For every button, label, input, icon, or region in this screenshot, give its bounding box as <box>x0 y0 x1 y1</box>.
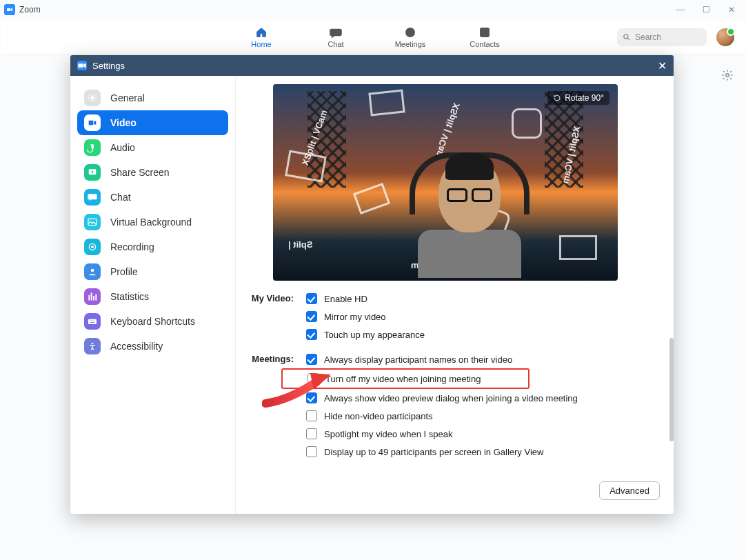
settings-titlebar: Settings ✕ <box>70 55 674 76</box>
checkbox-meetings-0[interactable]: Always display participant names on thei… <box>306 354 578 365</box>
sidebar-item-audio[interactable]: Audio <box>77 135 228 160</box>
svg-point-2 <box>483 30 486 32</box>
sidebar-label-stats: Statistics <box>110 291 149 302</box>
settings-content: XSplit | VCam XSplit | VCam XSplit | VCa… <box>236 76 674 514</box>
checkbox-box-icon <box>308 373 319 384</box>
checkbox-meetings-4[interactable]: Spotlight my video when I speak <box>306 428 578 439</box>
zoom-small-icon <box>77 61 87 70</box>
checkbox-box-icon <box>306 293 317 304</box>
kb-icon <box>84 313 101 330</box>
svg-rect-11 <box>88 319 97 324</box>
nav-meetings-label: Meetings <box>395 40 426 48</box>
profile-icon <box>84 263 101 280</box>
sidebar-item-a11y[interactable]: Accessibility <box>77 334 228 359</box>
sidebar-item-video[interactable]: Video <box>77 110 228 135</box>
rec-icon <box>84 239 101 255</box>
window-titlebar: Zoom — ☐ ✕ <box>0 0 746 19</box>
settings-gear-icon[interactable] <box>721 69 734 84</box>
sidebar-item-general[interactable]: General <box>77 86 228 110</box>
checkbox-box-icon <box>306 329 317 340</box>
checkbox-box-icon <box>306 392 317 403</box>
sidebar-label-share: Share Screen <box>110 167 170 178</box>
scrollbar[interactable] <box>669 338 674 441</box>
nav-home-label: Home <box>251 40 271 48</box>
zoom-logo-icon <box>4 4 15 15</box>
sidebar-item-profile[interactable]: Profile <box>77 259 228 284</box>
profile-avatar[interactable] <box>716 28 734 46</box>
checkbox-meetings-5[interactable]: Display up to 49 participants per screen… <box>306 446 578 457</box>
svg-point-10 <box>91 269 94 272</box>
checkbox-myvideo-1[interactable]: Mirror my video <box>306 311 425 322</box>
checkbox-myvideo-0[interactable]: Enable HD <box>306 293 425 304</box>
settings-window: Settings ✕ General Video Audio Share Scr… <box>70 55 674 514</box>
sidebar-item-vbg[interactable]: Virtual Background <box>77 210 228 234</box>
chat-icon <box>84 189 101 206</box>
settings-close-button[interactable]: ✕ <box>658 59 667 72</box>
stats-icon <box>84 288 101 305</box>
sidebar-label-video: Video <box>110 117 137 128</box>
checkbox-box-icon <box>306 354 317 365</box>
checkbox-label: Spotlight my video when I speak <box>324 429 452 439</box>
sidebar-item-rec[interactable]: Recording <box>77 234 228 259</box>
sidebar-label-vbg: Virtual Background <box>110 217 192 228</box>
checkbox-box-icon <box>306 410 317 421</box>
contacts-icon <box>478 26 491 39</box>
sidebar-label-profile: Profile <box>110 266 138 277</box>
sidebar-label-kb: Keyboard Shortcuts <box>110 316 195 327</box>
search-input[interactable]: Search <box>617 28 707 46</box>
sidebar-label-a11y: Accessibility <box>110 341 163 352</box>
svg-point-5 <box>90 96 94 99</box>
checkbox-myvideo-2[interactable]: Touch up my appearance <box>306 329 425 340</box>
sidebar-label-chat: Chat <box>110 192 131 203</box>
checkbox-label: Turn off my video when joining meeting <box>325 374 481 384</box>
sidebar-label-general: General <box>110 92 145 103</box>
share-icon <box>84 164 101 181</box>
home-icon <box>255 26 268 39</box>
general-icon <box>84 90 101 106</box>
settings-title: Settings <box>92 61 125 71</box>
advanced-button[interactable]: Advanced <box>599 481 660 500</box>
checkbox-meetings-1[interactable]: Turn off my video when joining meeting <box>281 368 530 389</box>
checkbox-label: Always show video preview dialog when jo… <box>324 393 578 403</box>
vbg-icon <box>84 214 101 230</box>
svg-point-9 <box>91 246 94 248</box>
nav-meetings[interactable]: Meetings <box>390 26 431 48</box>
checkbox-label: Enable HD <box>324 294 367 304</box>
rotate-90-button[interactable]: Rotate 90° <box>547 91 609 105</box>
sidebar-item-chat[interactable]: Chat <box>77 185 228 210</box>
search-placeholder: Search <box>635 32 661 42</box>
sidebar-item-stats[interactable]: Statistics <box>77 284 228 309</box>
nav-chat-label: Chat <box>327 40 343 48</box>
checkbox-label: Touch up my appearance <box>324 330 425 340</box>
checkbox-label: Mirror my video <box>324 312 386 322</box>
my-video-label: My Video: <box>244 293 306 340</box>
checkbox-label: Hide non-video participants <box>324 411 433 421</box>
clock-icon <box>404 26 416 39</box>
video-preview: XSplit | VCam XSplit | VCam XSplit | VCa… <box>273 84 618 281</box>
minimize-button[interactable]: — <box>676 5 685 14</box>
chat-icon <box>330 26 342 39</box>
checkbox-box-icon <box>306 446 317 457</box>
settings-sidebar: General Video Audio Share Screen Chat Vi… <box>70 76 236 514</box>
svg-point-12 <box>92 343 94 345</box>
sidebar-item-kb[interactable]: Keyboard Shortcuts <box>77 309 228 334</box>
checkbox-box-icon <box>306 311 317 322</box>
close-button[interactable]: ✕ <box>728 5 735 14</box>
checkbox-label: Always display participant names on thei… <box>324 354 512 365</box>
app-title: Zoom <box>19 5 41 14</box>
video-icon <box>84 114 101 131</box>
checkbox-meetings-2[interactable]: Always show video preview dialog when jo… <box>306 392 578 403</box>
nav-chat[interactable]: Chat <box>315 26 356 48</box>
maximize-button[interactable]: ☐ <box>703 5 710 14</box>
nav-home[interactable]: Home <box>241 26 282 48</box>
audio-icon <box>84 139 101 156</box>
sidebar-item-share[interactable]: Share Screen <box>77 160 228 185</box>
nav-contacts[interactable]: Contacts <box>464 26 505 48</box>
main-nav: Home Chat Meetings Contacts Search <box>1 19 745 55</box>
sidebar-label-rec: Recording <box>110 241 154 252</box>
checkbox-meetings-3[interactable]: Hide non-video participants <box>306 410 578 421</box>
svg-point-4 <box>726 74 729 77</box>
checkbox-label: Display up to 49 participants per screen… <box>324 447 543 457</box>
search-icon <box>623 33 631 41</box>
rotate-label: Rotate 90° <box>565 93 604 103</box>
